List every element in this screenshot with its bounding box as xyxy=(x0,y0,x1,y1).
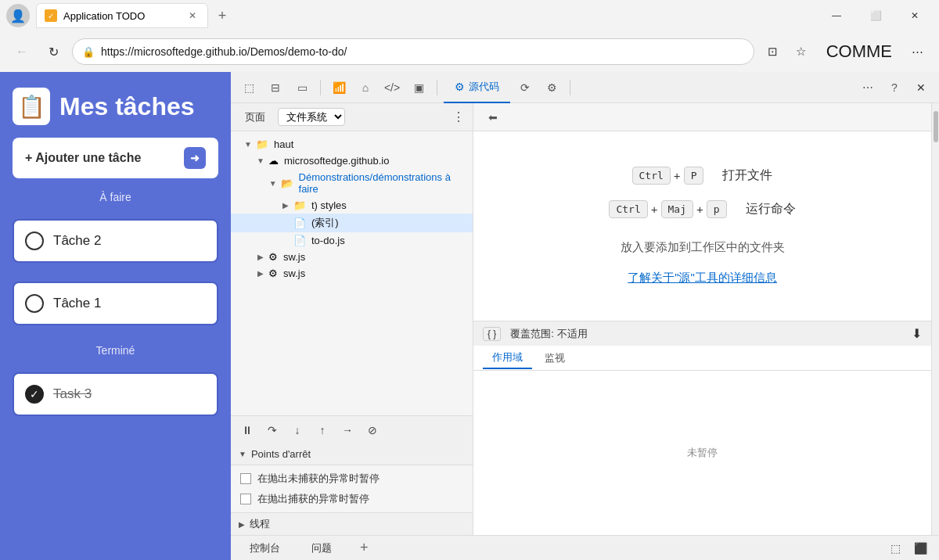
run-command-desc: 运行命令 xyxy=(746,201,796,217)
sw2-arrow: ▶ xyxy=(256,269,265,278)
browser-more-button[interactable]: ⋯ xyxy=(905,39,930,64)
add-task-arrow-icon: ➜ xyxy=(184,147,206,169)
breakpoints-header[interactable]: ▼ Points d'arrêt xyxy=(231,443,473,465)
step-out-button[interactable]: ↑ xyxy=(312,420,333,440)
threads-header[interactable]: ▶ 线程 xyxy=(231,513,473,535)
inspect-element-button[interactable]: ⬚ xyxy=(237,77,261,99)
tree-item-msedge[interactable]: ▼ ☁ microsoftedge.github.io xyxy=(231,153,473,169)
right-bottom-tabs: 作用域 监视 xyxy=(473,346,931,371)
step-over-button[interactable]: ↷ xyxy=(262,420,282,440)
tree-item-haut[interactable]: ▼ 📁 haut xyxy=(231,136,473,153)
page-tab[interactable]: 页面 xyxy=(239,107,272,127)
scope-tab[interactable]: 作用域 xyxy=(483,347,532,369)
tree-item-sw1[interactable]: ▶ ⚙ sw.js xyxy=(231,249,473,265)
msedge-label: microsoftedge.github.io xyxy=(284,155,389,167)
styles-folder-icon: 📁 xyxy=(293,199,306,211)
threads-section: ▶ 线程 xyxy=(231,512,473,535)
devtools-more-button[interactable]: ⋯ xyxy=(856,77,880,99)
p-key: P xyxy=(684,167,704,185)
todo-icon: 📋 xyxy=(13,88,50,125)
device-emulation-button[interactable]: ⊟ xyxy=(264,77,287,99)
styles-arrow: ▶ xyxy=(281,201,290,210)
debug-toolbar: ⏸ ↷ ↓ ↑ → ⊘ xyxy=(231,415,473,443)
drop-area-text: 放入要添加到工作区中的文件夹 xyxy=(621,240,785,255)
capture-icon[interactable]: ▣ xyxy=(407,77,430,99)
browser-tab[interactable]: ✓ Application TODO ✕ xyxy=(36,3,208,28)
file-pane-more-button[interactable]: ⋮ xyxy=(452,109,465,124)
lock-icon: 🔒 xyxy=(82,46,95,58)
settings-tab[interactable]: ⚙ xyxy=(540,77,563,99)
tree-item-styles[interactable]: ▶ 📁 t) styles xyxy=(231,197,473,214)
watch-tab[interactable]: 监视 xyxy=(535,348,574,368)
shortcut-run-keys: Ctrl + Maj + p xyxy=(609,200,726,218)
welcome-panel: Ctrl + P 打开文件 Ctrl + Maj + xyxy=(473,131,931,321)
wifi-icon[interactable]: 📶 xyxy=(327,77,351,99)
tab-close-button[interactable]: ✕ xyxy=(185,9,200,23)
task-item-tache2[interactable]: Tâche 2 xyxy=(13,219,218,263)
coverage-bar: { } 覆盖范围: 不适用 ⬇ xyxy=(473,321,931,346)
back-button[interactable]: ← xyxy=(9,39,34,64)
task-circle-tache1 xyxy=(25,294,44,313)
pause-button[interactable]: ⏸ xyxy=(237,420,257,440)
maximize-button[interactable]: ⬜ xyxy=(858,4,894,27)
step-into-button[interactable]: ↓ xyxy=(287,420,308,440)
tree-item-todo-js[interactable]: 📄 to-do.js xyxy=(231,232,473,249)
favorites-button[interactable]: ☆ xyxy=(789,39,814,64)
app-title: Mes tâches xyxy=(59,92,195,121)
deactivate-button[interactable]: ⊘ xyxy=(362,420,383,440)
reload-button[interactable]: ↻ xyxy=(41,39,66,64)
haut-label: haut xyxy=(274,138,293,150)
continue-button[interactable]: → xyxy=(337,420,358,440)
task-item-tache1[interactable]: Tâche 1 xyxy=(13,282,218,325)
sw1-arrow: ▶ xyxy=(256,253,265,261)
todo-panel: 📋 Mes tâches + Ajouter une tâche ➜ À fai… xyxy=(0,72,231,560)
learn-more-link[interactable]: 了解关于"源"工具的详细信息 xyxy=(628,271,777,285)
bp-item-uncaught: 在抛出未捕获的异常时暂停 xyxy=(240,472,473,486)
device-toolbar-button[interactable]: ▭ xyxy=(290,77,314,99)
close-button[interactable]: ✕ xyxy=(897,4,933,27)
performance-tab[interactable]: ⟳ xyxy=(513,77,537,99)
filesystem-select[interactable]: 文件系统 xyxy=(278,108,345,126)
code-icon[interactable]: </> xyxy=(380,77,404,99)
task-item-task3[interactable]: ✓ Task 3 xyxy=(13,372,218,416)
bp-checkbox-caught[interactable] xyxy=(240,494,251,504)
url-bar[interactable]: 🔒 https://microsoftedge.github.io/Demos/… xyxy=(72,38,754,65)
new-tab-button[interactable]: + xyxy=(211,5,233,27)
task-label-tache1: Tâche 1 xyxy=(53,296,101,311)
ctrl2-key: Ctrl xyxy=(609,200,647,218)
help-button[interactable]: ? xyxy=(883,77,906,99)
source-back-button[interactable]: ⬅ xyxy=(483,107,503,127)
add-panel-button[interactable]: + xyxy=(354,537,375,559)
demos-arrow: ▼ xyxy=(268,179,278,188)
add-task-label: + Ajouter une tâche xyxy=(25,151,141,165)
file-pane-header: 页面 文件系统 ⋮ xyxy=(231,103,473,131)
devtools-close-button[interactable]: ✕ xyxy=(909,77,933,99)
profile-icon[interactable]: 👤 xyxy=(6,4,30,27)
scrollbar-thumb[interactable] xyxy=(934,111,938,142)
console-tab[interactable]: 控制台 xyxy=(240,538,290,558)
tree-item-index[interactable]: 📄 (索引) xyxy=(231,214,473,232)
source-tab-label: 源代码 xyxy=(469,80,499,94)
share-button[interactable]: ⊡ xyxy=(761,39,786,64)
dock-right-icon[interactable]: ⬛ xyxy=(911,539,930,558)
home-icon[interactable]: ⌂ xyxy=(354,77,377,99)
dock-bottom-icon[interactable]: ⬚ xyxy=(886,539,905,558)
add-task-button[interactable]: + Ajouter une tâche ➜ xyxy=(13,138,218,178)
tree-item-demos[interactable]: ▼ 📂 Démonstrations/démonstrations à fair… xyxy=(231,169,473,197)
devtools-toolbar: ⬚ ⊟ ▭ 📶 ⌂ </> ▣ ⚙ 源代码 ⟳ ⚙ ⋯ ? ✕ xyxy=(231,72,939,103)
issues-tab[interactable]: 问题 xyxy=(302,538,341,558)
bp-checkbox-uncaught[interactable] xyxy=(240,473,251,484)
scrollbar-track[interactable] xyxy=(931,103,939,535)
shortcut-open-file: Ctrl + P 打开文件 xyxy=(632,167,773,185)
coverage-download-button[interactable]: ⬇ xyxy=(912,326,922,341)
address-actions: ⊡ ☆ xyxy=(761,39,814,64)
not-paused-text: 未暂停 xyxy=(687,446,718,460)
folder-icon: 📁 xyxy=(256,138,268,150)
minimize-button[interactable]: — xyxy=(818,4,854,27)
threads-label: 线程 xyxy=(250,517,270,531)
bp-item-caught: 在抛出捕获的异常时暂停 xyxy=(240,492,473,506)
tab-source-code[interactable]: ⚙ 源代码 xyxy=(444,72,510,103)
devtools-status-bar: 控制台 问题 + ⬚ ⬛ xyxy=(231,535,939,560)
tree-item-sw2[interactable]: ▶ ⚙ sw.js xyxy=(231,265,473,282)
bp-arrow-icon: ▼ xyxy=(239,450,246,458)
